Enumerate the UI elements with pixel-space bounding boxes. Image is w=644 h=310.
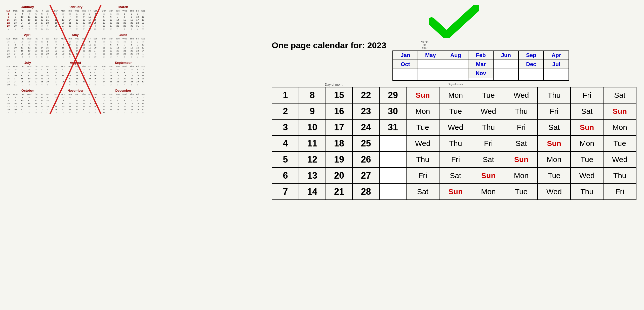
month-march: March SunMonTueWedThuFriSat 2627281234 5… [101,5,146,30]
day-16: 16 [326,103,353,119]
september-title: September [101,61,146,65]
month-map-row3: Nov [393,69,569,78]
day-5: 5 [272,151,299,168]
dow-r1-c7: Sat [603,87,636,103]
month-empty3 [493,60,518,69]
month-empty10 [393,78,418,80]
calendar-title: One page calendar for: 2023 [272,40,386,50]
month-october: October SunMonTueWedThuFriSat 1234567 89… [5,89,50,114]
november-title: November [53,89,98,92]
dow-r6-c6: Wed [571,168,603,184]
month-november: November SunMonTueWedThuFriSat 293031123… [53,89,98,114]
day-12: 12 [299,151,326,168]
dow-r1-c6: Fri [571,87,603,103]
month-may: May [418,51,443,60]
october-title: October [5,89,50,92]
dow-r2-c3: Wed [472,103,505,119]
month-may: May SunMonTueWedThuFriSat 30123456 78910… [53,33,98,58]
month-empty5 [418,69,443,78]
dow-r7-c6: Thu [571,184,603,200]
table-row-4: 4 11 18 25 Wed Thu Fri Sat Sun Mon Tue [272,135,636,151]
august-title: August [53,61,98,65]
months-grid: January SunMonTueWedThuFriSat 1234567 89… [5,5,146,114]
month-map-row4 [393,78,569,80]
day-8: 8 [299,87,326,103]
day-of-month-label: Day of month [272,83,397,86]
day-22: 22 [352,87,379,103]
dow-r6-c4: Mon [505,168,538,184]
day-1: 1 [272,87,299,103]
month-dec: Dec [518,60,544,69]
month-january: January SunMonTueWedThuFriSat 1234567 89… [5,5,50,30]
table-row-7: 7 14 21 28 Sat Sun Mon Tue Wed Thu Fri [272,184,636,200]
dow-r7-c5: Wed [538,184,571,200]
dow-r5-c4: Sun [505,151,538,168]
day-9: 9 [299,103,326,119]
month-july: July SunMonTueWedThuFriSat 2526272829301… [5,61,50,86]
dow-r3-c2: Wed [439,119,472,135]
may-title: May [53,33,98,37]
table-row-5: 5 12 19 26 Thu Fri Sat Sun Mon Tue Wed [272,151,636,168]
month-jan: Jan [393,51,418,60]
day-18: 18 [326,135,353,151]
month-empty7 [493,69,518,78]
day-15: 15 [326,87,353,103]
dow-r5-c6: Tue [571,151,603,168]
july-title: July [5,61,50,65]
one-page-calendar-section: One page calendar for: 2023 MonthofYear … [272,5,636,200]
day-28: 28 [352,184,379,200]
month-mar: Mar [468,60,493,69]
month-empty1 [418,60,443,69]
day-30: 30 [379,103,406,119]
february-title: February [53,5,98,9]
dow-r4-c5: Sun [538,135,571,151]
day-19: 19 [326,151,353,168]
december-title: December [101,89,146,92]
table-row-2: 2 9 16 23 30 Mon Tue Wed Thu Fri Sat Sun [272,103,636,119]
dow-r4-c7: Tue [603,135,636,151]
month-apr: Apr [544,51,569,60]
dow-r7-c2: Sun [439,184,472,200]
dow-r7-c3: Mon [472,184,505,200]
day-empty6 [379,168,406,184]
main-calendar-table: 1 8 15 22 29 Sun Mon Tue Wed Thu Fri Sat… [272,87,636,200]
month-empty12 [443,78,468,80]
dow-r7-c4: Tue [505,184,538,200]
month-empty15 [518,78,544,80]
dow-r2-c5: Fri [538,103,571,119]
day-of-week-label: Day of week [397,83,636,86]
day-24: 24 [352,119,379,135]
month-feb: Feb [468,51,493,60]
dow-r2-c4: Thu [505,103,538,119]
month-august: August SunMonTueWedThuFriSat 303112345 6… [53,61,98,86]
day-7: 7 [272,184,299,200]
table-row-1: 1 8 15 22 29 Sun Mon Tue Wed Thu Fri Sat [272,87,636,103]
dow-r5-c5: Mon [538,151,571,168]
dow-r5-c2: Fri [439,151,472,168]
month-oct: Oct [393,60,418,69]
january-title: January [5,5,50,9]
dow-r3-c6: Sun [571,119,603,135]
dow-r3-c4: Fri [505,119,538,135]
table-row-3: 3 10 17 24 31 Tue Wed Thu Fri Sat Sun Mo… [272,119,636,135]
month-jun: Jun [493,51,518,60]
day-2: 2 [272,103,299,119]
dow-r7-c7: Fri [603,184,636,200]
month-september: September SunMonTueWedThuFriSat 27282930… [101,61,146,86]
month-empty8 [518,69,544,78]
month-empty6 [443,69,468,78]
dow-r4-c3: Fri [472,135,505,151]
dow-r2-c6: Sat [571,103,603,119]
month-february: February SunMonTueWedThuFriSat 293031123… [53,5,98,30]
dow-r6-c5: Tue [538,168,571,184]
month-empty9 [544,69,569,78]
green-checkmark-icon [429,5,479,38]
day-31: 31 [379,119,406,135]
dow-r1-c5: Thu [538,87,571,103]
dow-r4-c6: Mon [571,135,603,151]
dow-r5-c7: Wed [603,151,636,168]
dow-r1-c3: Tue [472,87,505,103]
day-10: 10 [299,119,326,135]
month-sep: Sep [518,51,544,60]
month-aug: Aug [443,51,468,60]
